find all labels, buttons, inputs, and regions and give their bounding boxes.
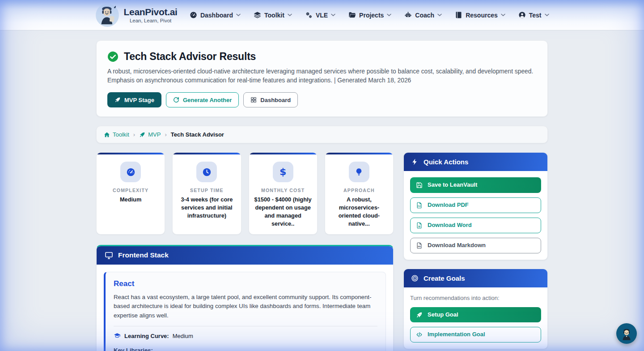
quick-actions-title: Quick Actions bbox=[424, 158, 468, 166]
layers-icon bbox=[254, 11, 261, 19]
create-goals-title: Create Goals bbox=[424, 274, 465, 282]
results-description: A robust, microservices-oriented cloud-n… bbox=[107, 67, 537, 85]
mascot-logo-icon bbox=[95, 3, 119, 27]
svg-text:W: W bbox=[418, 225, 420, 227]
save-to-leanvault-button[interactable]: Save to LeanVault bbox=[410, 177, 541, 193]
stat-card-monthly-cost: $ MONTHLY COST $1500 - $4000 (highly dep… bbox=[249, 152, 318, 235]
generate-another-button[interactable]: Generate Another bbox=[166, 92, 239, 107]
breadcrumb-mvp-link[interactable]: MVP bbox=[139, 131, 161, 138]
nav-menu: Dashboard Toolkit VLE bbox=[190, 11, 549, 19]
svg-text:MD: MD bbox=[418, 245, 421, 248]
frontend-stack-section: Frontend Stack React React has a vast ec… bbox=[96, 245, 394, 351]
divider bbox=[114, 326, 377, 326]
stat-card-setup-time: SETUP TIME 3-4 weeks (for core services … bbox=[172, 152, 241, 235]
nav-item-projects[interactable]: Projects bbox=[348, 11, 391, 19]
chevron-down-icon bbox=[437, 13, 442, 17]
setup-goal-label: Setup Goal bbox=[428, 311, 458, 319]
save-to-leanvault-label: Save to LeanVault bbox=[428, 181, 477, 189]
breadcrumb-separator: › bbox=[133, 131, 135, 138]
rocket-icon bbox=[139, 132, 145, 138]
frontend-stack-header: Frontend Stack bbox=[97, 246, 393, 265]
nav-item-label: Toolkit bbox=[264, 12, 284, 19]
folder-icon bbox=[348, 11, 356, 19]
bullseye-icon bbox=[411, 274, 419, 282]
breadcrumb-toolkit-label: Toolkit bbox=[113, 131, 129, 138]
download-pdf-button[interactable]: PDF Download PDF bbox=[410, 197, 541, 213]
download-markdown-button[interactable]: MD Download Markdown bbox=[410, 238, 541, 253]
create-goals-header: Create Goals bbox=[404, 269, 547, 287]
nav-item-vle[interactable]: VLE bbox=[305, 11, 335, 19]
chevron-down-icon bbox=[331, 13, 335, 17]
gauge-icon bbox=[190, 11, 197, 19]
nav-item-label: Test bbox=[529, 12, 542, 19]
stat-value: 3-4 weeks (for core services and initial… bbox=[178, 196, 236, 220]
stat-label: MONTHLY COST bbox=[254, 188, 312, 193]
stat-card-approach: APPROACH A robust, microservices-oriente… bbox=[325, 152, 394, 235]
home-icon bbox=[104, 132, 110, 138]
check-circle-icon bbox=[107, 51, 119, 62]
breadcrumb-separator: › bbox=[165, 131, 166, 138]
implementation-goal-label: Implementation Goal bbox=[428, 331, 485, 338]
quick-actions-panel: Quick Actions Save to LeanVault PDF Down… bbox=[403, 152, 548, 260]
learning-curve-value: Medium bbox=[173, 333, 193, 339]
breadcrumb-current: Tech Stack Advisor bbox=[171, 131, 224, 138]
key-libraries-label: Key Libraries: bbox=[114, 347, 377, 351]
page-title: Tech Stack Advisor Results bbox=[124, 51, 256, 63]
nav-item-label: VLE bbox=[316, 12, 328, 19]
download-markdown-label: Download Markdown bbox=[428, 242, 486, 249]
nav-item-user[interactable]: Test bbox=[518, 11, 549, 19]
chevron-down-icon bbox=[288, 13, 292, 17]
nav-item-label: Resources bbox=[466, 12, 498, 19]
stat-value: Medium bbox=[102, 196, 160, 204]
gears-icon bbox=[305, 11, 313, 19]
stat-label: APPROACH bbox=[330, 188, 388, 193]
graduation-cap-icon bbox=[114, 332, 121, 339]
stat-label: COMPLEXITY bbox=[102, 188, 160, 193]
file-pdf-icon: PDF bbox=[416, 202, 423, 209]
nav-item-label: Coach bbox=[415, 12, 434, 19]
download-word-label: Download Word bbox=[428, 222, 472, 229]
tech-card-react: React React has a vast ecosystem, a larg… bbox=[104, 272, 386, 351]
coach-chat-button[interactable] bbox=[616, 323, 637, 344]
top-navbar: LeanPivot.ai Lean, Learn, Pivot Dashboar… bbox=[0, 0, 644, 30]
breadcrumb-toolkit-link[interactable]: Toolkit bbox=[104, 131, 129, 138]
create-goals-panel: Create Goals Turn recommendations into a… bbox=[403, 269, 548, 350]
rocket-icon bbox=[114, 97, 121, 103]
breadcrumb: Toolkit › MVP › Tech Stack Advisor bbox=[96, 126, 548, 143]
user-circle-icon bbox=[518, 11, 526, 19]
refresh-icon bbox=[173, 97, 179, 103]
mvp-stage-button[interactable]: MVP Stage bbox=[107, 92, 161, 107]
file-markdown-icon: MD bbox=[416, 242, 423, 249]
lightbulb-icon bbox=[349, 162, 369, 182]
brand-name: LeanPivot.ai bbox=[124, 7, 178, 17]
nav-item-resources[interactable]: Resources bbox=[455, 11, 505, 19]
download-word-button[interactable]: W Download Word bbox=[410, 218, 541, 233]
setup-goal-button[interactable]: Setup Goal bbox=[410, 307, 541, 323]
grid-icon bbox=[250, 97, 257, 103]
chevron-down-icon bbox=[236, 13, 241, 17]
brand-tagline: Lean, Learn, Pivot bbox=[124, 18, 178, 23]
file-word-icon: W bbox=[416, 222, 423, 229]
floppy-icon bbox=[416, 182, 423, 188]
nav-item-toolkit[interactable]: Toolkit bbox=[254, 11, 292, 19]
create-goals-subtitle: Turn recommendations into action: bbox=[410, 295, 541, 301]
generate-another-label: Generate Another bbox=[183, 97, 232, 103]
svg-text:PDF: PDF bbox=[418, 205, 421, 207]
code-icon bbox=[416, 331, 423, 338]
rocket-icon bbox=[416, 312, 423, 318]
quick-actions-header: Quick Actions bbox=[404, 153, 547, 171]
brand-logo-block[interactable]: LeanPivot.ai Lean, Learn, Pivot bbox=[95, 3, 178, 27]
nav-item-dashboard[interactable]: Dashboard bbox=[190, 11, 241, 19]
implementation-goal-button[interactable]: Implementation Goal bbox=[410, 327, 541, 342]
clock-icon bbox=[196, 162, 217, 182]
chevron-down-icon bbox=[545, 13, 549, 17]
stat-value: $1500 - $4000 (highly dependent on usage… bbox=[254, 196, 312, 228]
learning-curve-label: Learning Curve: bbox=[124, 333, 169, 339]
gauge-icon bbox=[120, 162, 141, 182]
dollar-icon: $ bbox=[273, 162, 293, 182]
nav-item-coach[interactable]: Coach bbox=[404, 11, 442, 19]
dashboard-button[interactable]: Dashboard bbox=[243, 92, 298, 107]
breadcrumb-mvp-label: MVP bbox=[148, 131, 161, 138]
tech-name: React bbox=[114, 279, 377, 288]
results-header-card: Tech Stack Advisor Results A robust, mic… bbox=[96, 40, 548, 117]
